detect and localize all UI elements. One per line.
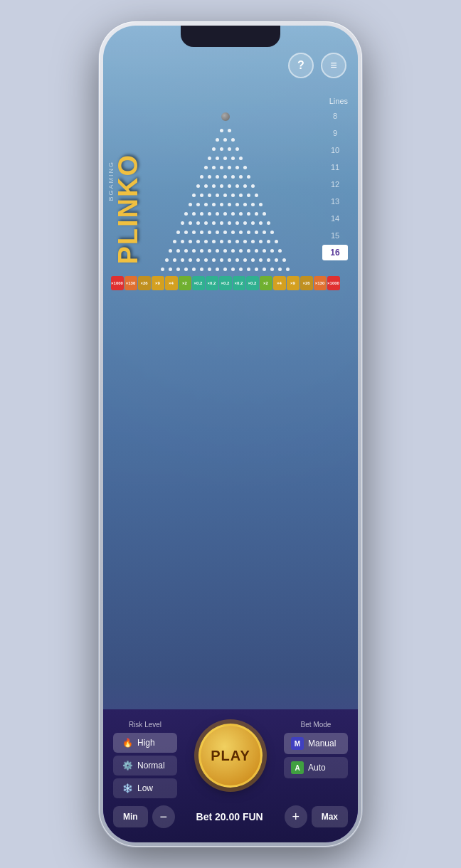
peg-dot xyxy=(181,221,184,225)
peg-dot xyxy=(255,268,258,271)
peg-dot xyxy=(247,231,250,234)
dot-row-14 xyxy=(171,238,280,245)
peg-dot xyxy=(223,212,227,216)
peg-dot xyxy=(192,231,196,234)
line-item-12[interactable]: 12 xyxy=(322,176,348,192)
bet-mode-label: Bet Mode xyxy=(284,721,348,729)
peg-dot xyxy=(247,249,250,253)
risk-high-button[interactable]: 🔥 High xyxy=(113,733,177,753)
peg-dot xyxy=(192,268,196,271)
peg-dot xyxy=(228,147,231,151)
peg-dot xyxy=(259,240,263,243)
peg-dot xyxy=(200,249,203,253)
peg-dot xyxy=(263,249,266,253)
peg-dot xyxy=(204,258,208,262)
lines-label: Lines xyxy=(329,97,348,105)
dot-row-10 xyxy=(186,201,265,208)
peg-dot xyxy=(212,184,216,188)
phone-frame: ? ≡ PLINKO BGAMING Lines 8 9 10 11 12 13… xyxy=(99,21,362,847)
multiplier-cell-16: ×1000 xyxy=(327,276,340,290)
bet-mode-manual-button[interactable]: M Manual xyxy=(284,733,348,754)
controls-top-row: Risk Level 🔥 High ⚙️ Normal ❄️ Low xyxy=(113,721,348,798)
risk-low-button[interactable]: ❄️ Low xyxy=(113,778,177,798)
peg-dot xyxy=(223,138,227,142)
bet-mode-auto-button[interactable]: A Auto xyxy=(284,757,348,778)
peg-dot xyxy=(239,249,243,253)
peg-dot xyxy=(267,258,270,262)
dot-row-4 xyxy=(210,145,241,153)
peg-dot xyxy=(231,212,235,216)
peg-dot xyxy=(282,258,286,262)
multiplier-cell-15: ×130 xyxy=(314,276,327,290)
peg-dot xyxy=(231,249,235,253)
multiplier-cell-8: ×0.2 xyxy=(219,276,232,290)
peg-dot xyxy=(270,231,274,234)
peg-dot xyxy=(220,258,223,262)
dot-row-11 xyxy=(182,210,268,218)
peg-dot xyxy=(176,231,180,234)
line-item-16[interactable]: 16 xyxy=(322,245,348,260)
peg-dot xyxy=(231,157,235,160)
peg-dot xyxy=(228,203,231,206)
peg-dot xyxy=(239,212,243,216)
manual-badge: M xyxy=(291,737,304,750)
play-button[interactable]: PLAY xyxy=(198,724,263,788)
peg-dot xyxy=(200,268,203,271)
line-item-9[interactable]: 9 xyxy=(322,125,348,141)
peg-dot xyxy=(204,240,208,243)
peg-dot xyxy=(231,231,235,234)
peg-dot xyxy=(169,268,172,271)
peg-dot xyxy=(235,166,239,169)
multiplier-cell-7: ×0.2 xyxy=(206,276,218,290)
decrease-bet-button[interactable]: − xyxy=(152,805,175,828)
line-item-10[interactable]: 10 xyxy=(322,142,348,158)
peg-dot xyxy=(216,212,219,216)
risk-label: Risk Level xyxy=(113,721,177,729)
risk-normal-button[interactable]: ⚙️ Normal xyxy=(113,756,177,776)
dot-row-13 xyxy=(174,228,276,236)
peg-dot xyxy=(235,147,239,151)
peg-dot xyxy=(196,258,200,262)
peg-dot xyxy=(189,221,192,225)
max-button[interactable]: Max xyxy=(312,806,348,827)
peg-dot xyxy=(223,175,227,179)
peg-dot xyxy=(212,221,216,225)
peg-dot xyxy=(251,240,255,243)
peg-dot xyxy=(239,157,243,160)
peg-dot xyxy=(216,194,219,197)
peg-dot xyxy=(275,240,278,243)
peg-dot xyxy=(255,212,258,216)
line-item-13[interactable]: 13 xyxy=(322,194,348,209)
peg-dot xyxy=(275,258,278,262)
peg-dot xyxy=(223,157,227,160)
dot-row-6 xyxy=(202,164,249,171)
peg-dot xyxy=(200,175,203,179)
multiplier-cell-9: ×0.2 xyxy=(233,276,245,290)
peg-dot xyxy=(200,212,203,216)
line-item-11[interactable]: 11 xyxy=(322,159,348,175)
peg-dot xyxy=(184,212,188,216)
peg-dot xyxy=(204,203,208,206)
multiplier-cell-5: ×2 xyxy=(179,276,191,290)
line-item-15[interactable]: 15 xyxy=(322,228,348,243)
line-item-14[interactable]: 14 xyxy=(322,211,348,226)
peg-dot xyxy=(235,221,239,225)
peg-dot xyxy=(220,129,223,132)
line-item-8[interactable]: 8 xyxy=(322,108,348,124)
increase-bet-button[interactable]: + xyxy=(285,805,307,828)
peg-dot xyxy=(200,231,203,234)
peg-dot xyxy=(165,258,169,262)
peg-dot xyxy=(212,258,216,262)
peg-dot xyxy=(251,184,255,188)
peg-dot xyxy=(208,268,211,271)
help-button[interactable]: ? xyxy=(288,53,314,78)
peg-dot xyxy=(216,231,219,234)
min-button[interactable]: Min xyxy=(113,806,148,827)
menu-button[interactable]: ≡ xyxy=(321,53,346,78)
multiplier-cell-6: ×0.2 xyxy=(192,276,205,290)
multiplier-cell-10: ×0.2 xyxy=(246,276,259,290)
peg-dot xyxy=(231,138,235,142)
peg-dot xyxy=(228,221,231,225)
peg-dot xyxy=(208,194,211,197)
dots-grid xyxy=(133,127,318,275)
